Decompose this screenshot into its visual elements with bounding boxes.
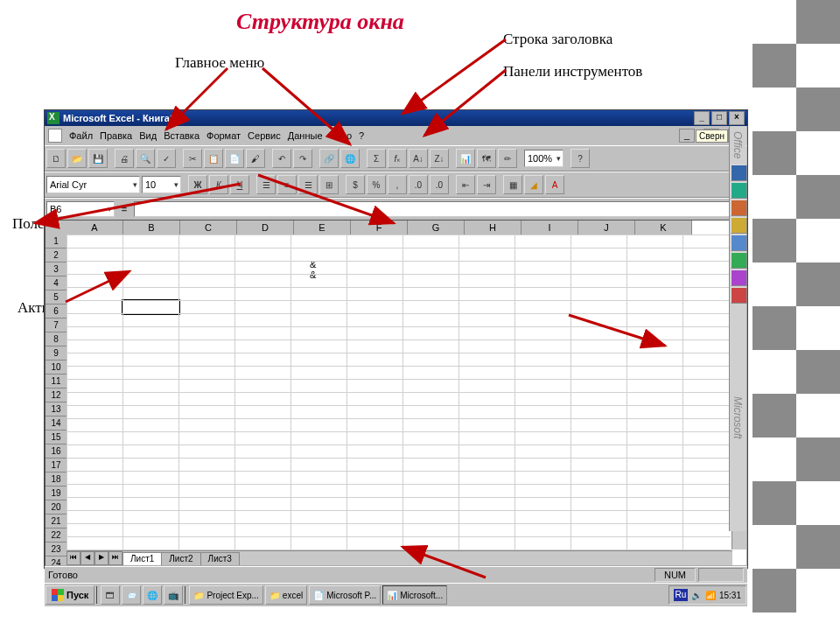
title-bar[interactable]: Microsoft Excel - Книга1 _ □ × [45,110,747,126]
name-box[interactable]: B6 [46,201,115,217]
preview-icon[interactable]: 🔍 [136,149,155,168]
row-header[interactable]: 10 [46,360,67,374]
office-btn-icon[interactable] [731,270,747,286]
sheet-tab-1[interactable]: Лист1 [122,552,162,565]
office-btn-icon[interactable] [731,217,747,234]
align-center-icon[interactable]: ≡ [277,175,297,194]
start-button[interactable]: Пуск [46,585,94,605]
menu-tools[interactable]: Сервис [248,130,281,141]
row-header[interactable]: 5 [46,290,67,304]
print-icon[interactable]: 🖨 [115,149,134,168]
format-painter-icon[interactable]: 🖌 [246,149,265,168]
drawing-icon[interactable]: ✏ [498,149,517,168]
taskbar-item-active[interactable]: 📊Microsoft... [382,585,447,605]
column-header[interactable]: E [294,220,351,235]
office-btn-icon[interactable] [731,234,747,251]
cut-icon[interactable]: ✂ [183,149,202,168]
row-header[interactable]: 11 [46,374,67,388]
row-header[interactable]: 4 [46,276,67,290]
copy-icon[interactable]: 📋 [204,149,223,168]
row-header[interactable]: 24 [46,556,67,566]
redo-icon[interactable]: ↷ [293,149,312,168]
spellcheck-icon[interactable]: ✓ [157,149,176,168]
office-btn-icon[interactable] [731,164,747,181]
row-header[interactable]: 1 [46,234,67,248]
quicklaunch-icon[interactable]: 🌐 [143,585,162,605]
row-header[interactable]: 19 [46,486,67,500]
column-header[interactable]: H [465,220,522,235]
new-icon[interactable]: 🗋 [46,149,66,168]
open-icon[interactable]: 📂 [67,149,87,168]
zoom-select[interactable]: 100% [524,150,564,167]
tab-first-icon[interactable]: ⏮ [66,551,80,565]
menu-window[interactable]: Окно [330,130,353,141]
formula-input[interactable] [134,201,746,217]
row-header[interactable]: 23 [46,542,67,556]
taskbar-item[interactable]: 📄Microsoft P... [309,585,381,605]
align-left-icon[interactable]: ☰ [256,175,276,194]
column-header[interactable]: G [408,220,465,235]
row-header[interactable]: 16 [46,444,67,458]
italic-icon[interactable]: К [209,175,228,194]
borders-icon[interactable]: ▦ [503,175,522,194]
quicklaunch-icon[interactable]: 📨 [122,585,141,605]
row-header[interactable]: 20 [46,500,67,514]
language-indicator[interactable]: Ru [674,589,688,601]
row-header[interactable]: 13 [46,402,67,416]
menu-view[interactable]: Вид [139,130,157,141]
merge-icon[interactable]: ⊞ [319,175,339,194]
office-btn-icon[interactable] [731,252,747,269]
currency-icon[interactable]: $ [346,175,365,194]
row-header[interactable]: 12 [46,388,67,402]
quicklaunch-icon[interactable]: 🗔 [101,585,120,605]
row-header[interactable]: 14 [46,416,67,430]
sheet-tab-2[interactable]: Лист2 [161,552,200,565]
menu-edit[interactable]: Правка [100,130,132,141]
column-header[interactable]: F [351,220,408,235]
column-header[interactable]: J [578,220,635,235]
sort-asc-icon[interactable]: A↓ [409,149,428,168]
chart-icon[interactable]: 📊 [456,149,475,168]
taskbar-item[interactable]: 📁Project Exp... [189,585,262,605]
tray-icon[interactable]: 📶 [705,591,716,600]
office-btn-icon[interactable] [731,287,747,304]
decrease-indent-icon[interactable]: ⇤ [456,175,475,194]
select-all-corner[interactable] [46,220,67,235]
menu-file[interactable]: Файл [69,130,93,141]
column-header[interactable]: C [180,220,237,235]
row-header[interactable]: 2 [46,248,67,262]
comma-icon[interactable]: , [388,175,407,194]
tab-prev-icon[interactable]: ◀ [80,551,94,565]
office-btn-icon[interactable] [731,200,747,216]
tab-next-icon[interactable]: ▶ [94,551,108,565]
maximize-button[interactable]: □ [711,111,727,125]
font-color-icon[interactable]: A [545,175,564,194]
row-header[interactable]: 9 [46,346,67,360]
column-header[interactable]: B [123,220,180,235]
doc-minimize-button[interactable]: _ [679,129,695,143]
row-header[interactable]: 15 [46,430,67,444]
fill-color-icon[interactable]: ◢ [524,175,543,194]
font-select[interactable]: Arial Cyr [46,176,140,193]
row-header[interactable]: 7 [46,318,67,332]
column-header[interactable]: D [237,220,294,235]
column-header[interactable]: I [522,220,578,235]
menu-format[interactable]: Формат [206,130,241,141]
align-right-icon[interactable]: ☰ [298,175,318,194]
quicklaunch-icon[interactable]: 📺 [164,585,183,605]
cell-area[interactable]: && [66,234,731,550]
paste-icon[interactable]: 📄 [225,149,244,168]
taskbar-item[interactable]: 📁excel [265,585,307,605]
bold-icon[interactable]: Ж [188,175,207,194]
font-size-select[interactable]: 10 [142,176,181,193]
function-icon[interactable]: fₓ [388,149,407,168]
row-header[interactable]: 3 [46,262,67,276]
row-header[interactable]: 18 [46,472,67,486]
autosum-icon[interactable]: Σ [367,149,386,168]
help-icon[interactable]: ? [570,149,590,168]
close-button[interactable]: × [729,111,745,125]
web-icon[interactable]: 🌐 [340,149,360,168]
sort-desc-icon[interactable]: Z↓ [430,149,449,168]
row-header[interactable]: 17 [46,458,67,472]
save-icon[interactable]: 💾 [88,149,108,168]
